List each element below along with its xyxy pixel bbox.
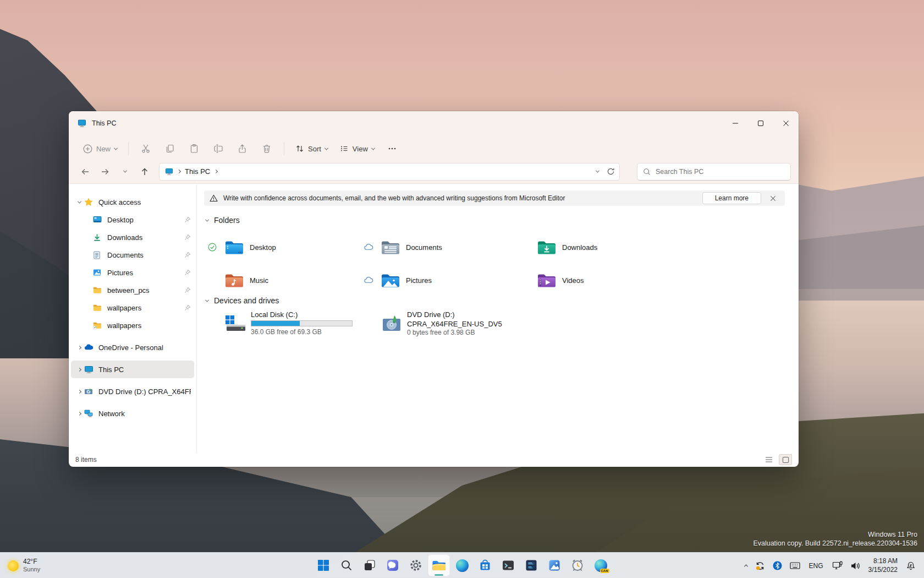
delete-button[interactable] (255, 140, 278, 157)
clock-date-button[interactable]: 8:18 AM 3/15/2022 (865, 557, 901, 574)
folder-tile-music[interactable]: Music (208, 265, 363, 296)
disk-usage-fill (251, 321, 300, 326)
folder-tile-documents[interactable]: Documents (364, 232, 519, 263)
large-icons-view-button[interactable] (779, 454, 792, 465)
drive-tile-dvd[interactable]: DVD Drive (D:) CPRA_X64FRE_EN-US_DV5 0 b… (381, 310, 546, 337)
network-button[interactable] (829, 556, 845, 576)
rename-button[interactable] (207, 140, 230, 157)
file-explorer-button[interactable] (428, 554, 450, 576)
sync-status-synced-icon (208, 243, 224, 252)
sidebar-item-this-pc[interactable]: This PC (71, 361, 194, 378)
sidebar-item-dvd-drive[interactable]: DVD Drive (D:) CPRA_X64FRE_EN-US_DV5 (71, 383, 194, 400)
file-explorer-icon (432, 559, 446, 572)
paste-button[interactable] (183, 140, 206, 157)
search-button[interactable] (336, 554, 358, 576)
share-icon (238, 144, 248, 154)
edge-button[interactable] (451, 554, 473, 576)
microsoft-store-button[interactable] (474, 554, 496, 576)
volume-button[interactable] (848, 556, 863, 576)
sidebar-item-label: OneDrive - Personal (98, 343, 191, 352)
search-icon (643, 168, 651, 176)
pin-icon (184, 234, 191, 241)
sidebar-item-label: Documents (107, 251, 181, 259)
chevron-right-icon[interactable] (77, 389, 81, 393)
sidebar-item-between-pcs[interactable]: between_pcs (71, 281, 194, 299)
sidebar-item-desktop[interactable]: Desktop (71, 211, 194, 228)
chevron-right-icon[interactable] (77, 345, 81, 349)
this-pc-icon (84, 366, 98, 374)
sync-status-button[interactable] (752, 556, 768, 576)
weather-widget[interactable]: 42°F Sunny (2, 553, 46, 578)
folders-section-header[interactable]: Folders (206, 216, 240, 225)
back-button[interactable] (76, 163, 94, 181)
section-title: Folders (214, 216, 240, 225)
folder-tile-downloads[interactable]: Downloads (520, 232, 675, 263)
devices-section-header[interactable]: Devices and drives (206, 296, 279, 305)
sidebar-item-wallpapers-shortcut[interactable]: wallpapers (71, 317, 194, 334)
dev-tool-button[interactable] (520, 554, 542, 576)
sidebar-item-label: Pictures (107, 269, 181, 277)
cut-button[interactable] (134, 140, 157, 157)
banner-close-icon[interactable] (767, 194, 779, 203)
sidebar-item-downloads[interactable]: Downloads (71, 228, 194, 246)
chat-button[interactable] (382, 554, 404, 576)
hidden-icons-button[interactable] (742, 556, 750, 576)
new-button[interactable]: New (78, 140, 123, 157)
folder-tile-pictures[interactable]: Pictures (364, 265, 519, 296)
sidebar-item-documents[interactable]: Documents (71, 246, 194, 264)
search-box[interactable] (637, 163, 791, 181)
folder-tile-desktop[interactable]: Desktop (208, 232, 363, 263)
chevron-right-icon[interactable] (77, 367, 81, 371)
sort-arrows-icon (295, 144, 304, 153)
drive-tile-local-disk[interactable]: Local Disk (C:) 36.0 GB free of 69.3 GB (224, 310, 389, 336)
sidebar-item-quick-access[interactable]: Quick access (71, 193, 194, 211)
edge-canary-button[interactable]: CAN (590, 554, 612, 576)
settings-button[interactable] (405, 554, 427, 576)
language-indicator[interactable]: ENG (805, 562, 827, 570)
clock-app-button[interactable] (566, 554, 588, 576)
recent-locations-button[interactable] (116, 163, 134, 181)
address-bar[interactable]: This PC (159, 163, 620, 181)
sidebar-item-pictures[interactable]: Pictures (71, 264, 194, 281)
navigation-pane: Quick access Desktop Downloads (69, 184, 196, 452)
sort-button[interactable]: Sort (290, 140, 333, 157)
view-button[interactable]: View (334, 140, 380, 157)
address-dropdown-icon[interactable] (596, 169, 600, 173)
sidebar-item-onedrive[interactable]: OneDrive - Personal (71, 339, 194, 356)
title-bar[interactable]: This PC (69, 111, 799, 135)
task-view-button[interactable] (359, 554, 381, 576)
close-button[interactable] (773, 111, 799, 135)
details-view-button[interactable] (762, 454, 776, 465)
more-options-button[interactable] (381, 140, 403, 157)
trash-icon (262, 144, 272, 154)
chevron-down-icon[interactable] (77, 199, 81, 203)
up-button[interactable] (136, 163, 153, 181)
minimize-button[interactable] (723, 111, 748, 135)
collapse-chevron-icon[interactable] (205, 298, 209, 302)
desktop-icon (93, 216, 107, 224)
forward-button[interactable] (96, 163, 114, 181)
folder-tile-videos[interactable]: Videos (520, 265, 675, 296)
breadcrumb-this-pc[interactable]: This PC (185, 167, 210, 176)
refresh-button[interactable] (607, 167, 615, 176)
drive-free-space: 0 bytes free of 3.98 GB (407, 329, 502, 337)
collapse-chevron-icon[interactable] (205, 217, 209, 221)
maximize-button[interactable] (748, 111, 773, 135)
start-button[interactable] (312, 554, 334, 576)
drive-name: DVD Drive (D:) (407, 310, 502, 319)
sidebar-item-label: Quick access (98, 198, 191, 206)
copy-button[interactable] (158, 140, 182, 157)
search-input[interactable] (656, 168, 785, 176)
touch-keyboard-button[interactable] (787, 556, 803, 576)
pin-icon (184, 287, 191, 293)
tray-date: 3/15/2022 (868, 566, 898, 575)
bluetooth-button[interactable] (770, 556, 785, 576)
sidebar-item-network[interactable]: Network (71, 405, 194, 422)
notification-bell-button[interactable] (903, 556, 919, 576)
learn-more-button[interactable]: Learn more (702, 192, 761, 204)
chevron-right-icon[interactable] (77, 411, 81, 415)
share-button[interactable] (231, 140, 254, 157)
sidebar-item-wallpapers[interactable]: wallpapers (71, 299, 194, 317)
photos-button[interactable] (543, 554, 565, 576)
terminal-button[interactable] (497, 554, 519, 576)
